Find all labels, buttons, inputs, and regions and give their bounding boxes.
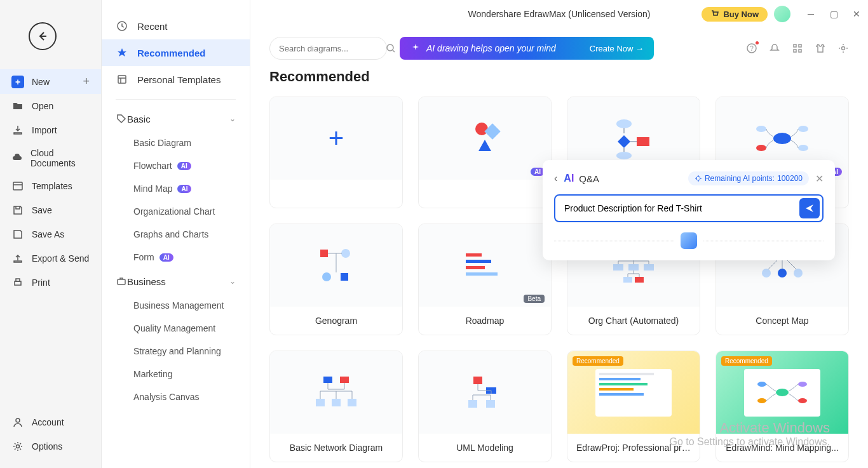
star-icon	[116, 46, 128, 59]
create-now-label: Create Now →	[590, 44, 644, 53]
buy-now-button[interactable]: Buy Now	[702, 7, 768, 22]
help-icon[interactable]: ?	[746, 43, 757, 54]
nav-label: Templates	[32, 181, 72, 191]
svg-rect-44	[323, 377, 332, 383]
ai-logo: AI	[564, 173, 574, 184]
card-shapes[interactable]: AI	[418, 97, 552, 208]
card-edrawmind[interactable]: Recommended EdrawMind: Mind Mapping...	[715, 351, 849, 462]
sidebar-narrow: + New + Open Import Cloud Documents Temp…	[0, 0, 102, 468]
sub-flowchart[interactable]: FlowchartAI	[102, 154, 250, 177]
ai-points-badge[interactable]: Remaining AI points: 100200	[688, 171, 809, 185]
settings-icon[interactable]	[837, 43, 849, 54]
svg-point-27	[341, 249, 350, 258]
svg-rect-49	[473, 377, 482, 384]
toolbar: AI drawing helps open your mind Create N…	[250, 28, 868, 69]
sub-quality-mgmt[interactable]: Quality Management	[102, 317, 250, 340]
dialog-back-button[interactable]: ‹	[554, 173, 557, 184]
svg-rect-6	[118, 76, 126, 83]
ai-send-button[interactable]	[799, 198, 820, 218]
maximize-button[interactable]: ▢	[822, 0, 845, 28]
nav-label: Export & Send	[32, 253, 89, 264]
nav-open[interactable]: Open	[0, 94, 101, 118]
nav-save[interactable]: Save	[0, 198, 101, 222]
svg-point-57	[798, 398, 807, 403]
nav-new[interactable]: + New +	[0, 69, 101, 94]
gear-icon	[11, 440, 24, 453]
plus-icon: +	[83, 75, 90, 88]
shirt-icon[interactable]	[815, 43, 826, 54]
ai-banner[interactable]: AI drawing helps open your mind Create N…	[400, 37, 654, 60]
card-edrawproj[interactable]: Recommended EdrawProj: Professional proj…	[567, 351, 700, 462]
sub-marketing[interactable]: Marketing	[102, 363, 250, 385]
nav-save-as[interactable]: Save As	[0, 222, 101, 246]
svg-rect-45	[340, 377, 349, 383]
nav-cloud[interactable]: Cloud Documents	[0, 142, 101, 174]
svg-rect-38	[623, 277, 632, 283]
svg-rect-37	[644, 264, 654, 271]
search-box[interactable]	[269, 37, 387, 60]
target-icon	[695, 175, 702, 182]
sub-mindmap[interactable]: Mind MapAI	[102, 177, 250, 200]
side-recent[interactable]: Recent	[102, 13, 250, 39]
card-network[interactable]: Basic Network Diagram	[269, 351, 403, 462]
divider	[554, 241, 674, 241]
main-area: Wondershare EdrawMax (Unlicensed Version…	[250, 0, 868, 468]
nav-print[interactable]: Print	[0, 271, 101, 295]
card-blank[interactable]: +	[269, 97, 403, 208]
sparkle-icon	[410, 43, 421, 54]
svg-rect-2	[16, 279, 20, 281]
card-genogram[interactable]: Genogram	[269, 224, 403, 335]
save-icon	[11, 204, 24, 217]
svg-point-15	[842, 47, 845, 50]
svg-rect-33	[466, 272, 498, 276]
nav-import[interactable]: Import	[0, 118, 101, 142]
svg-rect-7	[118, 279, 125, 284]
nav-account[interactable]: Account	[0, 410, 101, 434]
dialog-close-button[interactable]: ✕	[815, 173, 824, 185]
sub-analysis[interactable]: Analysis Canvas	[102, 385, 250, 408]
nav-label: Options	[32, 441, 62, 451]
svg-point-25	[798, 145, 808, 151]
sub-basic-diagram[interactable]: Basic Diagram	[102, 131, 250, 154]
sub-strategy[interactable]: Strategy and Planning	[102, 340, 250, 363]
svg-point-20	[616, 152, 632, 159]
tag-icon	[116, 113, 127, 124]
card-uml[interactable]: UML Modeling	[418, 351, 552, 462]
search-input[interactable]	[279, 44, 386, 53]
nav-export[interactable]: Export & Send	[0, 246, 101, 271]
sub-org-chart[interactable]: Organizational Chart	[102, 200, 250, 223]
nav-templates[interactable]: Templates	[0, 174, 101, 198]
svg-rect-1	[15, 281, 21, 285]
svg-rect-51	[468, 400, 477, 408]
template-icon	[116, 73, 128, 86]
bell-icon[interactable]	[769, 43, 780, 54]
export-icon	[11, 252, 24, 265]
card-roadmap[interactable]: Beta Roadmap	[418, 224, 552, 335]
sub-form[interactable]: FormAI	[102, 246, 250, 269]
ai-prompt-input[interactable]	[558, 198, 799, 218]
divider	[703, 241, 824, 241]
side-recommended[interactable]: Recommended	[102, 39, 250, 66]
sub-business-mgmt[interactable]: Business Management	[102, 294, 250, 317]
svg-rect-30	[466, 253, 482, 257]
svg-point-22	[756, 126, 766, 132]
svg-rect-39	[635, 277, 644, 283]
templates-icon	[11, 180, 24, 192]
svg-rect-48	[348, 399, 356, 406]
side-personal-templates[interactable]: Personal Templates	[102, 66, 250, 93]
cloud-icon	[11, 152, 23, 164]
apps-icon[interactable]	[792, 43, 803, 54]
section-title: Recommended	[269, 69, 849, 85]
back-button[interactable]	[29, 22, 57, 50]
svg-point-41	[762, 269, 771, 277]
category-basic[interactable]: Basic ⌄	[102, 106, 250, 131]
category-business[interactable]: Business ⌄	[102, 269, 250, 294]
svg-point-18	[616, 119, 632, 128]
ai-badge: AI	[177, 185, 191, 193]
close-button[interactable]: ✕	[845, 0, 868, 28]
minimize-button[interactable]: ─	[799, 0, 822, 28]
avatar[interactable]	[774, 6, 790, 22]
svg-rect-12	[799, 44, 801, 47]
nav-options[interactable]: Options	[0, 434, 101, 458]
sub-graphs[interactable]: Graphs and Charts	[102, 223, 250, 246]
